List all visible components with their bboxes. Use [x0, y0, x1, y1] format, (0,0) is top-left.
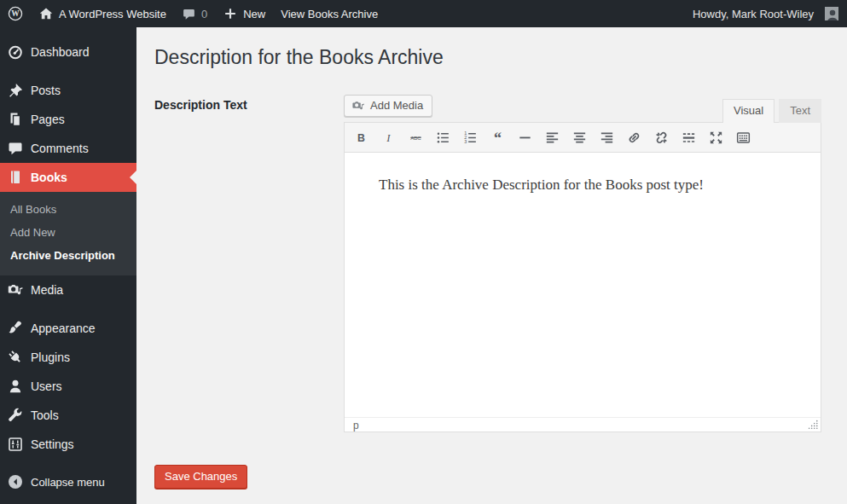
dashboard-icon	[7, 43, 24, 61]
sidebar-item-users[interactable]: Users	[0, 372, 136, 401]
align-right-icon	[599, 130, 615, 146]
sidebar-item-books[interactable]: Books	[0, 163, 136, 192]
save-changes-button[interactable]: Save Changes	[154, 465, 247, 489]
sidebar-item-dashboard[interactable]: Dashboard	[0, 38, 136, 67]
align-left-button[interactable]	[541, 127, 563, 148]
field-label: Description Text	[154, 93, 344, 432]
brush-icon	[7, 320, 24, 337]
toolbar-toggle-button[interactable]	[732, 127, 754, 148]
submenu-item-all-books[interactable]: All Books	[0, 198, 136, 221]
sidebar-item-label: Pages	[31, 113, 65, 126]
bold-button[interactable]	[350, 127, 372, 148]
admin-menu: DashboardPostsPagesCommentsBooksAll Book…	[0, 27, 136, 459]
plus-icon	[223, 6, 238, 21]
admin-bar-left: A WordPress Website 0 New View Books Arc…	[0, 0, 386, 27]
editor-toolbar	[345, 123, 821, 153]
sidebar-item-comments[interactable]: Comments	[0, 134, 136, 163]
fullscreen-button[interactable]	[705, 127, 727, 148]
plug-icon	[7, 349, 24, 366]
site-name-link[interactable]: A WordPress Website	[31, 0, 174, 27]
sidebar-item-label: Books	[31, 171, 67, 184]
sidebar-item-label: Posts	[31, 84, 61, 97]
blockquote-icon	[490, 130, 506, 146]
menu-separator	[0, 304, 136, 314]
add-media-button[interactable]: Add Media	[344, 95, 432, 117]
view-books-archive-label: View Books Archive	[281, 8, 378, 20]
unlink-button[interactable]	[650, 127, 672, 148]
align-center-icon	[571, 130, 588, 146]
numbered-list-icon	[462, 130, 479, 146]
editor-statusbar: p	[345, 417, 821, 432]
user-icon	[7, 378, 24, 395]
wrench-icon	[7, 407, 24, 424]
sidebar-item-label: Settings	[31, 437, 74, 451]
link-icon	[626, 130, 642, 146]
sidebar-item-posts[interactable]: Posts	[0, 76, 136, 105]
blockquote-button[interactable]	[486, 127, 508, 148]
numbered-list-button[interactable]	[459, 127, 481, 148]
view-books-archive-link[interactable]: View Books Archive	[273, 0, 386, 27]
align-center-button[interactable]	[568, 127, 590, 148]
italic-icon	[380, 130, 397, 146]
settings-icon	[7, 436, 24, 453]
horizontal-rule-icon	[517, 130, 533, 146]
read-more-icon	[681, 130, 697, 146]
site-name: A WordPress Website	[59, 8, 166, 20]
comment-bubble-icon	[182, 7, 196, 21]
sidebar-item-appearance[interactable]: Appearance	[0, 314, 136, 343]
read-more-button[interactable]	[677, 127, 699, 148]
submenu-item-archive-description[interactable]: Archive Description	[0, 244, 136, 267]
fullscreen-icon	[708, 130, 724, 146]
admin-bar: A WordPress Website 0 New View Books Arc…	[0, 0, 847, 27]
book-icon	[7, 169, 24, 186]
media-icon	[351, 99, 365, 113]
submenu-item-add-new[interactable]: Add New	[0, 221, 136, 244]
wordpress-menu[interactable]	[0, 0, 31, 27]
horizontal-rule-button[interactable]	[513, 127, 536, 148]
admin-bar-right: Howdy, Mark Root-Wiley	[685, 0, 847, 27]
comments-link[interactable]: 0	[174, 0, 215, 27]
align-right-button[interactable]	[595, 127, 618, 148]
my-account-menu[interactable]: Howdy, Mark Root-Wiley	[685, 0, 838, 27]
sidebar-item-pages[interactable]: Pages	[0, 105, 136, 134]
submit-row: Save Changes	[154, 465, 838, 489]
books-submenu: All BooksAdd NewArchive Description	[0, 192, 136, 275]
visual-editor: This is the Archive Description for the …	[344, 122, 821, 432]
bold-icon	[353, 130, 369, 146]
editor-tabs: Visual Text	[718, 99, 821, 123]
sidebar-item-label: Appearance	[31, 322, 96, 335]
tab-visual[interactable]: Visual	[722, 99, 774, 123]
sidebar-item-label: Tools	[31, 408, 59, 422]
link-button[interactable]	[623, 127, 645, 148]
sidebar-item-label: Media	[31, 283, 63, 297]
sidebar-item-label: Plugins	[31, 350, 70, 364]
wordpress-logo-icon	[8, 6, 23, 21]
collapse-menu-label: Collapse menu	[31, 476, 105, 489]
collapse-menu-button[interactable]: Collapse menu	[0, 467, 136, 496]
bullet-list-button[interactable]	[432, 127, 454, 148]
toolbar-toggle-icon	[735, 130, 751, 146]
add-media-label: Add Media	[370, 99, 423, 112]
description-form-row: Description Text Add Media Visual Text	[154, 93, 838, 432]
editor-content-area[interactable]: This is the Archive Description for the …	[345, 153, 821, 417]
strikethrough-icon	[408, 130, 424, 146]
sidebar-item-settings[interactable]: Settings	[0, 430, 136, 459]
align-left-icon	[544, 130, 560, 146]
italic-button[interactable]	[377, 127, 399, 148]
sidebar-item-tools[interactable]: Tools	[0, 401, 136, 430]
new-content-menu[interactable]: New	[215, 0, 273, 27]
resize-handle[interactable]	[807, 419, 819, 431]
bullet-list-icon	[435, 130, 451, 146]
sidebar-item-label: Comments	[31, 142, 89, 155]
strikethrough-button[interactable]	[404, 127, 426, 148]
editor-paragraph: This is the Archive Description for the …	[379, 174, 786, 196]
sidebar-item-media[interactable]: Media	[0, 275, 136, 304]
tab-text[interactable]: Text	[779, 99, 821, 123]
comment-icon	[7, 140, 24, 157]
new-label: New	[243, 8, 265, 20]
editor-tools: Add Media Visual Text	[344, 93, 821, 122]
media-icon	[7, 281, 24, 298]
element-path: p	[353, 420, 359, 431]
main-content: Description for the Books Archive Descri…	[136, 27, 847, 504]
sidebar-item-plugins[interactable]: Plugins	[0, 343, 136, 372]
